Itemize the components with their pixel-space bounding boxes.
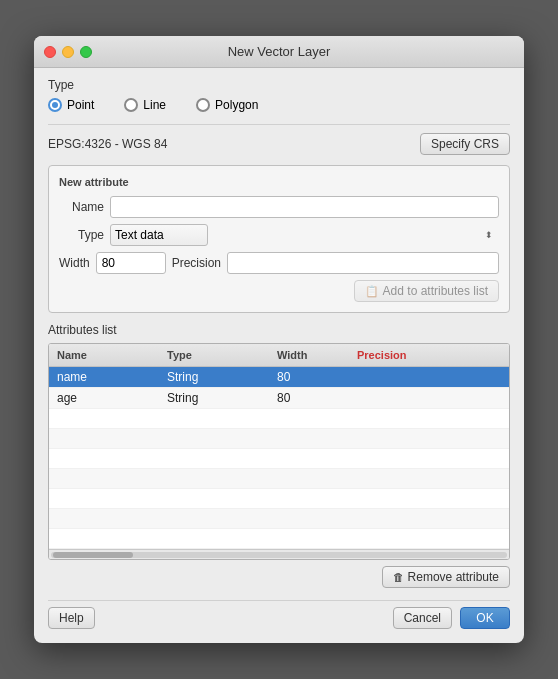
table-body: name String 80 age String 80 (49, 367, 509, 549)
row-name-0: name (49, 367, 159, 387)
help-button[interactable]: Help (48, 607, 95, 629)
cancel-button[interactable]: Cancel (393, 607, 452, 629)
col-width: Width (269, 347, 349, 363)
precision-label: Precision (172, 256, 221, 270)
table-row-empty-2 (49, 429, 509, 449)
new-attribute-group: New attribute Name Type Text data Whole … (48, 165, 510, 313)
table-row-empty-7 (49, 529, 509, 549)
remove-btn-row: 🗑Remove attribute (48, 566, 510, 588)
type-select-wrapper: Text data Whole number Decimal number Da… (110, 224, 499, 246)
maximize-button[interactable] (80, 46, 92, 58)
table-row-empty-5 (49, 489, 509, 509)
radio-line[interactable]: Line (124, 98, 166, 112)
main-window: New Vector Layer Type Point Line Polygon… (34, 36, 524, 643)
row-width-0: 80 (269, 367, 349, 387)
add-btn-row: 📋Add to attributes list (59, 280, 499, 302)
radio-line-circle[interactable] (124, 98, 138, 112)
type-select[interactable]: Text data Whole number Decimal number Da… (110, 224, 208, 246)
type-label: Type (48, 78, 510, 92)
type-field-label: Type (59, 228, 104, 242)
table-row-empty-1 (49, 409, 509, 429)
add-to-attributes-button[interactable]: 📋Add to attributes list (354, 280, 499, 302)
scrollbar-thumb[interactable] (53, 552, 133, 558)
table-row[interactable]: age String 80 (49, 388, 509, 409)
table-row-empty-3 (49, 449, 509, 469)
crs-text: EPSG:4326 - WGS 84 (48, 137, 167, 151)
table-row[interactable]: name String 80 (49, 367, 509, 388)
ok-button[interactable]: OK (460, 607, 510, 629)
new-attribute-label: New attribute (59, 176, 499, 188)
bottom-buttons: Help Cancel OK (48, 600, 510, 629)
row-type-0: String (159, 367, 269, 387)
add-icon: 📋 (365, 285, 379, 298)
width-label: Width (59, 256, 90, 270)
table-row-empty-4 (49, 469, 509, 489)
traffic-lights (44, 46, 92, 58)
scrollbar-track (51, 552, 507, 558)
remove-attribute-button[interactable]: 🗑Remove attribute (382, 566, 510, 588)
title-bar: New Vector Layer (34, 36, 524, 68)
type-field-row: Type Text data Whole number Decimal numb… (59, 224, 499, 246)
name-input[interactable] (110, 196, 499, 218)
attributes-section: Attributes list Name Type Width Precisio… (48, 323, 510, 588)
width-input[interactable] (96, 252, 166, 274)
table-row-empty-6 (49, 509, 509, 529)
name-label: Name (59, 200, 104, 214)
name-row: Name (59, 196, 499, 218)
type-row: Point Line Polygon (48, 98, 510, 112)
row-name-1: age (49, 388, 159, 408)
action-buttons: Cancel OK (393, 607, 510, 629)
radio-point[interactable]: Point (48, 98, 94, 112)
add-button-label: Add to attributes list (383, 284, 488, 298)
row-precision-0 (349, 367, 509, 387)
close-button[interactable] (44, 46, 56, 58)
window-content: Type Point Line Polygon EPSG:4326 - WGS … (34, 68, 524, 643)
col-name: Name (49, 347, 159, 363)
attributes-list-label: Attributes list (48, 323, 510, 337)
window-title: New Vector Layer (228, 44, 331, 59)
radio-polygon[interactable]: Polygon (196, 98, 258, 112)
radio-point-label: Point (67, 98, 94, 112)
table-header: Name Type Width Precision (49, 344, 509, 367)
attributes-table: Name Type Width Precision name String 80… (48, 343, 510, 560)
row-width-1: 80 (269, 388, 349, 408)
scrollbar[interactable] (49, 549, 509, 559)
col-precision: Precision (349, 347, 509, 363)
remove-icon: 🗑 (393, 571, 404, 583)
remove-button-label: Remove attribute (408, 570, 499, 584)
radio-point-circle[interactable] (48, 98, 62, 112)
row-precision-1 (349, 388, 509, 408)
specify-crs-button[interactable]: Specify CRS (420, 133, 510, 155)
width-precision-row: Width Precision (59, 252, 499, 274)
divider-1 (48, 124, 510, 125)
radio-polygon-circle[interactable] (196, 98, 210, 112)
radio-polygon-label: Polygon (215, 98, 258, 112)
minimize-button[interactable] (62, 46, 74, 58)
precision-input[interactable] (227, 252, 499, 274)
crs-row: EPSG:4326 - WGS 84 Specify CRS (48, 133, 510, 155)
col-type: Type (159, 347, 269, 363)
row-type-1: String (159, 388, 269, 408)
radio-line-label: Line (143, 98, 166, 112)
